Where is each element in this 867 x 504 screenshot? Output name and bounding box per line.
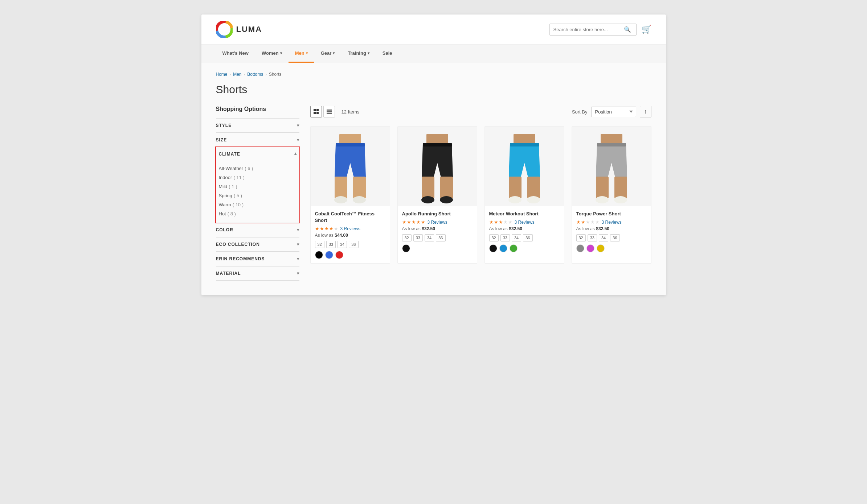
color-swatch-black[interactable] [402, 244, 410, 252]
chevron-down-icon: ▾ [297, 137, 299, 142]
size-swatch-36[interactable]: 36 [436, 234, 445, 241]
filter-style-header[interactable]: STYLE ▾ [216, 119, 299, 133]
breadcrumb-bottoms[interactable]: Bottoms [247, 72, 263, 77]
size-swatch-33[interactable]: 33 [500, 234, 510, 241]
star-5: ★ [595, 219, 600, 225]
stars-cobalt: ★ ★ ★ ★ ★ [315, 226, 338, 231]
filter-climate: CLIMATE ▾ All-Weather ( 6 ) Indoor ( 11 … [215, 146, 300, 223]
nav-item-whats-new[interactable]: What's New [216, 45, 255, 63]
color-swatch-purple[interactable] [586, 244, 594, 252]
svg-rect-11 [353, 177, 366, 198]
product-card-cobalt[interactable]: Cobalt CoolTech™ Fitness Short ★ ★ ★ ★ ★… [310, 126, 390, 264]
star-1: ★ [402, 219, 406, 225]
breadcrumb-sep: › [244, 72, 245, 77]
product-image-meteor [485, 127, 564, 206]
nav-item-training[interactable]: Training ▾ [341, 45, 376, 63]
color-swatch-green[interactable] [510, 244, 518, 252]
product-card-meteor[interactable]: Meteor Workout Short ★ ★ ★ ★ ★ 3 Reviews [484, 126, 564, 264]
svg-rect-9 [336, 143, 365, 146]
chevron-down-icon: ▾ [297, 271, 299, 276]
size-swatch-33[interactable]: 33 [326, 241, 336, 248]
svg-point-31 [614, 196, 627, 203]
svg-rect-16 [422, 177, 434, 198]
nav-item-sale[interactable]: Sale [376, 45, 399, 63]
filter-climate-header[interactable]: CLIMATE ▾ [219, 147, 297, 161]
logo-area: LUMA [216, 21, 262, 38]
filter-option-indoor[interactable]: Indoor ( 11 ) [219, 173, 297, 182]
size-swatch-36[interactable]: 36 [610, 234, 619, 241]
products-toolbar: 12 Items Sort By Position Product Name P… [310, 106, 651, 117]
color-options-apollo [402, 244, 473, 252]
product-info-torque: Torque Power Short ★ ★ ★ ★ ★ 3 Reviews [572, 206, 651, 257]
filter-erin-header[interactable]: ERIN RECOMMENDS ▾ [216, 252, 299, 266]
star-4: ★ [590, 219, 595, 225]
size-swatch-34[interactable]: 34 [338, 241, 347, 248]
star-4: ★ [503, 219, 508, 225]
breadcrumb-men[interactable]: Men [233, 72, 241, 77]
color-swatch-blue[interactable] [325, 251, 333, 259]
star-1: ★ [315, 226, 319, 231]
color-swatch-black[interactable] [315, 251, 323, 259]
list-view-button[interactable] [323, 106, 335, 117]
size-swatch-34[interactable]: 34 [425, 234, 434, 241]
size-options-apollo: 32 33 34 36 [402, 234, 473, 241]
size-swatch-32[interactable]: 32 [402, 234, 412, 241]
color-swatch-gray[interactable] [576, 244, 584, 252]
filter-size-header[interactable]: SIZE ▾ [216, 133, 299, 147]
cart-icon[interactable]: 🛒 [642, 25, 651, 34]
size-swatch-32[interactable]: 32 [489, 234, 499, 241]
filter-color: COLOR ▾ [216, 223, 299, 237]
color-swatch-red[interactable] [335, 251, 343, 259]
filter-eco-header[interactable]: ECO COLLECTION ▾ [216, 237, 299, 252]
size-swatch-32[interactable]: 32 [576, 234, 586, 241]
color-options-cobalt [315, 251, 385, 259]
star-2: ★ [407, 219, 411, 225]
color-swatch-yellow[interactable] [597, 244, 605, 252]
filter-option-spring[interactable]: Spring ( 5 ) [219, 191, 297, 200]
chevron-down-icon: ▾ [280, 51, 282, 55]
size-swatch-34[interactable]: 34 [512, 234, 521, 241]
filter-material-header[interactable]: MATERIAL ▾ [216, 267, 299, 281]
nav-item-men[interactable]: Men ▾ [289, 45, 314, 63]
review-link-cobalt[interactable]: 3 Reviews [340, 226, 360, 231]
nav-item-women[interactable]: Women ▾ [255, 45, 289, 63]
product-image-cobalt [311, 127, 390, 206]
size-options-meteor: 32 33 34 36 [489, 234, 560, 241]
breadcrumb-home[interactable]: Home [216, 72, 228, 77]
filter-color-header[interactable]: COLOR ▾ [216, 223, 299, 237]
filter-option-hot[interactable]: Hot ( 8 ) [219, 209, 297, 218]
svg-rect-17 [440, 177, 453, 198]
size-swatch-32[interactable]: 32 [315, 241, 324, 248]
sort-direction-button[interactable]: ↑ [640, 106, 651, 117]
grid-view-button[interactable] [310, 106, 322, 117]
product-rating-cobalt: ★ ★ ★ ★ ★ 3 Reviews [315, 226, 385, 231]
sort-select[interactable]: Position Product Name Price [591, 107, 636, 117]
product-price-cobalt: As low as $44.00 [315, 233, 385, 238]
search-input[interactable] [553, 27, 622, 32]
size-options-torque: 32 33 34 36 [576, 234, 647, 241]
filter-erin: ERIN RECOMMENDS ▾ [216, 252, 299, 266]
filter-option-all-weather[interactable]: All-Weather ( 6 ) [219, 164, 297, 173]
product-card-torque[interactable]: Torque Power Short ★ ★ ★ ★ ★ 3 Reviews [572, 126, 651, 264]
breadcrumb-sep: › [230, 72, 231, 77]
review-link-meteor[interactable]: 3 Reviews [515, 220, 535, 225]
review-link-torque[interactable]: 3 Reviews [602, 220, 622, 225]
search-button[interactable]: 🔍 [622, 26, 633, 33]
size-swatch-33[interactable]: 33 [413, 234, 423, 241]
product-image-cobalt-svg [327, 134, 374, 206]
filter-option-warm[interactable]: Warm ( 10 ) [219, 200, 297, 209]
color-swatch-blue[interactable] [499, 244, 507, 252]
size-swatch-36[interactable]: 36 [523, 234, 532, 241]
product-info-meteor: Meteor Workout Short ★ ★ ★ ★ ★ 3 Reviews [485, 206, 564, 257]
size-swatch-36[interactable]: 36 [349, 241, 358, 248]
nav-item-gear[interactable]: Gear ▾ [314, 45, 342, 63]
star-1: ★ [489, 219, 494, 225]
size-swatch-34[interactable]: 34 [599, 234, 608, 241]
filter-size: SIZE ▾ [216, 133, 299, 147]
product-card-apollo[interactable]: Apollo Running Short ★ ★ ★ ★ ★ 3 Reviews [397, 126, 477, 264]
color-swatch-black[interactable] [489, 244, 497, 252]
filter-option-mild[interactable]: Mild ( 1 ) [219, 182, 297, 191]
size-swatch-33[interactable]: 33 [588, 234, 597, 241]
review-link-apollo[interactable]: 3 Reviews [428, 220, 447, 225]
svg-rect-2 [316, 109, 319, 111]
